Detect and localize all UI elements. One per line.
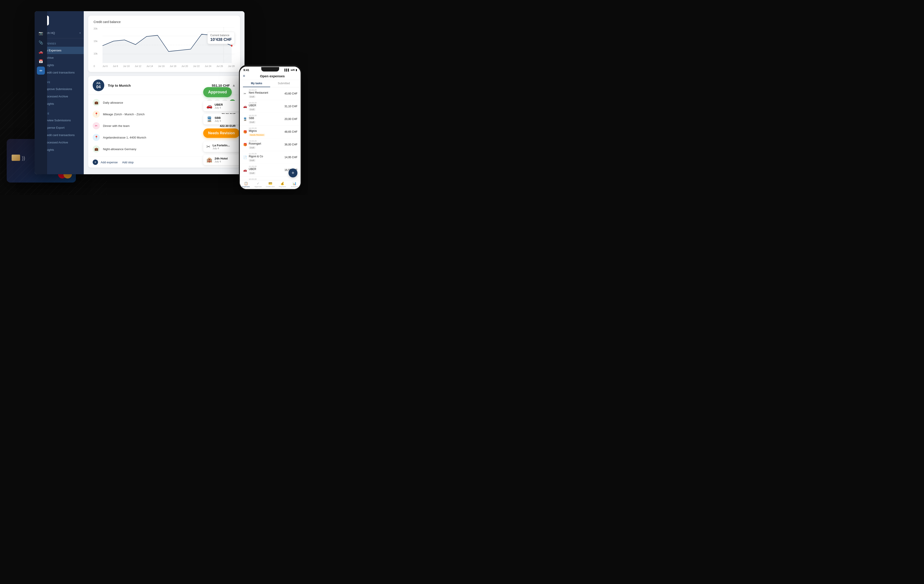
nav-expenses-label: Expenses — [242, 186, 250, 188]
balance-label: Current balance — [210, 34, 232, 37]
finance-archive-label: Processed Archive — [44, 141, 68, 144]
dinner-icon: ✂ — [92, 122, 100, 129]
phone-nav-expenses[interactable]: 📋 Expenses — [240, 182, 252, 188]
list-info-3: 14.03.20 Migros Needs Revision — [249, 127, 283, 137]
chart-x-labels: Jul 6 Jul 8 Jul 10 Jul 12 Jul 14 Jul 16 … — [102, 65, 235, 68]
phone-screen: 9:41 ▌▌▌ wifi ▮ ≡ Open expenses My tasks… — [240, 66, 300, 189]
mileage-label: Mileage Zürich - Munich - Zürich — [103, 112, 218, 116]
icon-bar-edit[interactable]: ✏ — [37, 66, 45, 74]
list-icon-6: 🚗 — [243, 168, 247, 172]
badge-4: Draft — [249, 146, 256, 149]
list-info-2: 16.03.20 SBB Draft — [249, 114, 283, 124]
list-item-5[interactable]: 📄 11.03.20 Rigoni & Co Draft 14,95 CHF — [240, 151, 300, 164]
expense-title: Trip to Munich — [108, 84, 212, 88]
workspace-chevron-icon: ▾ — [79, 32, 81, 34]
uber-icon: 🚗 — [206, 103, 212, 109]
list-item-0[interactable]: ✂ 20.03.20 Neni Restaurant Draft 43,60 C… — [240, 88, 300, 100]
chart-title: Credit card balance — [94, 20, 235, 24]
signal-icon: ▌▌▌ — [284, 69, 290, 71]
icon-bar-car[interactable]: 🚗 — [37, 48, 45, 56]
night-icon: 💼 — [92, 146, 100, 152]
uber-date: July 4 — [214, 106, 223, 109]
list-info-5: 11.03.20 Rigoni & Co Draft — [249, 152, 283, 162]
phone-nav-payment[interactable]: 💰 Payment — [276, 182, 288, 188]
sbb-name: SBB — [214, 116, 221, 119]
battery-icon: ▮ — [295, 69, 297, 71]
la-fortelin-icon: ✂ — [206, 144, 210, 150]
badge-5: Draft — [249, 159, 256, 162]
badge-1: Draft — [249, 108, 256, 111]
list-info-0: 20.03.20 Neni Restaurant Draft — [249, 89, 283, 98]
mobile-phone: 9:41 ▌▌▌ wifi ▮ ≡ Open expenses My tasks… — [239, 65, 302, 190]
icon-bar-calendar[interactable]: 📅 — [37, 57, 45, 65]
expense-date-badge: JUL 04 — [92, 79, 104, 91]
mileage-icon: 📍 — [92, 111, 100, 118]
uber-name: UBER — [214, 103, 223, 106]
phone-tab-submitted[interactable]: Submitted — [270, 80, 297, 87]
balance-tooltip: Current balance 10'438 CHF — [208, 32, 235, 44]
card-nfc-icon: )) — [22, 155, 25, 161]
daily-allowance-label: Daily allowance — [103, 101, 203, 104]
approve-submissions-label: Approve Submissions — [44, 88, 72, 91]
icon-bar: 📷 📎 🚗 📅 ✏ — [35, 11, 47, 174]
needs-revision-badge: Needs Revision — [203, 129, 239, 138]
phone-header: ≡ Open expenses — [240, 73, 300, 80]
phone-notch — [261, 67, 279, 71]
la-fortelin-name: La Fortelin... — [213, 144, 230, 147]
add-expense-link[interactable]: Add expense — [101, 160, 118, 164]
sbb-icon: 🚆 — [206, 116, 212, 122]
phone-tab-my-tasks[interactable]: My tasks — [243, 80, 270, 87]
phone-nav-approval[interactable]: ✓ Approval — [252, 182, 264, 188]
svg-point-6 — [231, 45, 233, 46]
phone-bottom-nav: 📋 Expenses ✓ Approval 💳 Credit card 💰 Pa… — [240, 180, 300, 189]
phone-menu-icon[interactable]: ≡ — [243, 74, 245, 78]
processed-archive-label: Processed Archive — [44, 95, 68, 98]
icon-bar-camera[interactable]: 📷 — [37, 29, 45, 37]
icon-bar-clip[interactable]: 📎 — [37, 38, 45, 46]
nav-credit-icon: 💳 — [268, 182, 272, 185]
hotel-icon: 🏨 — [206, 157, 212, 163]
add-button[interactable]: + — [92, 159, 98, 165]
expand-button[interactable]: ▲ — [232, 83, 236, 88]
list-icon-1: 🚗 — [243, 104, 247, 108]
list-item-4[interactable]: 🎁 13.03.20 Rosengart Draft 36,00 CHF — [240, 138, 300, 151]
phone-fab[interactable]: + — [289, 169, 297, 177]
nav-credit-label: Credit card — [266, 186, 274, 188]
finance-credit-label: Credit card transactions — [44, 133, 74, 137]
sbb-date: July 4 — [214, 119, 221, 122]
balance-amount: 10'438 CHF — [210, 37, 232, 42]
phone-nav-credit-card[interactable]: 💳 Credit card — [264, 182, 276, 188]
list-item-3[interactable]: 🎁 14.03.20 Migros Needs Revision 48,65 C… — [240, 126, 300, 138]
hotel-name: 24h Hotel — [214, 157, 228, 160]
list-info-1: 19.03.20 UBER Draft — [249, 102, 283, 111]
nav-approval-label: Approval — [254, 186, 262, 188]
nav-approval-icon: ✓ — [257, 182, 259, 185]
badge-3: Needs Revision — [249, 134, 265, 136]
nav-payment-icon: 💰 — [280, 182, 284, 185]
list-icon-5: 📄 — [243, 156, 247, 159]
nav-analytics-label: Analytics — [291, 186, 298, 188]
badge-0: Draft — [249, 95, 256, 98]
phone-nav-analytics[interactable]: 📊 Analytics — [289, 182, 300, 188]
badge-6: Draft — [249, 172, 256, 174]
daily-allowance-icon: 💼 — [92, 99, 100, 106]
nav-expenses-icon: 📋 — [244, 182, 248, 185]
la-fortelin-date: July 4 — [213, 147, 230, 150]
approved-badge: Approved — [203, 87, 232, 97]
nav-payment-label: Payment — [279, 186, 286, 188]
list-icon-0: ✂ — [243, 92, 247, 95]
add-stop-link[interactable]: Add stop — [122, 160, 134, 164]
card-chip — [12, 155, 20, 161]
list-icon-4: 🎁 — [243, 143, 247, 146]
list-item-1[interactable]: 🚗 19.03.20 UBER Draft 31,10 CHF — [240, 100, 300, 113]
list-info-6: 11.03.20 UBER Draft — [249, 165, 283, 175]
list-item-2[interactable]: 🚆 16.03.20 SBB Draft 20,00 CHF — [240, 113, 300, 126]
phone-status-icons: ▌▌▌ wifi ▮ — [284, 69, 297, 71]
list-icon-2: 🚆 — [243, 117, 247, 121]
chart-card: Credit card balance 20k 15k 10k 0 — [88, 16, 240, 72]
wifi-icon: wifi — [291, 69, 295, 71]
expense-day: 04 — [96, 85, 101, 89]
list-info-4: 13.03.20 Rosengart Draft — [249, 140, 283, 149]
expense-amount: 551.10 CHF — [212, 84, 230, 88]
night-label: Night-allowance Germany — [103, 147, 218, 151]
